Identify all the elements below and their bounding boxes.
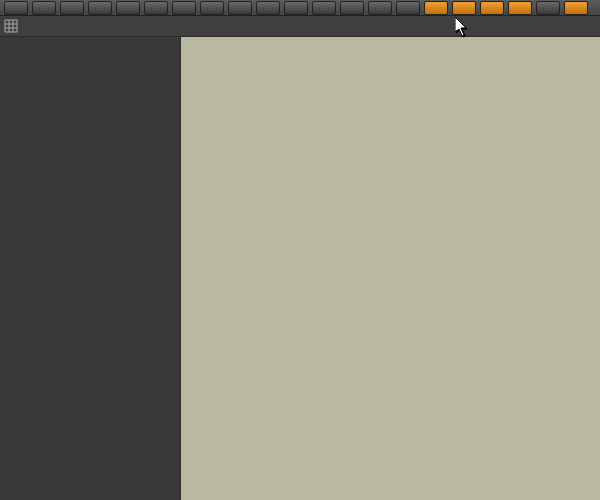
toolbar-button[interactable] (480, 1, 504, 15)
toolbar-button[interactable] (284, 1, 308, 15)
toolbar-button[interactable] (340, 1, 364, 15)
toolbar-button[interactable] (116, 1, 140, 15)
toolbar-button[interactable] (256, 1, 280, 15)
top-toolbar (0, 0, 600, 16)
app-window (0, 0, 600, 500)
grid-icon (4, 19, 18, 33)
toolbar-button[interactable] (424, 1, 448, 15)
uv-mesh (181, 37, 600, 500)
toolbar-button[interactable] (508, 1, 532, 15)
toolbar-button[interactable] (452, 1, 476, 15)
toolbar-button[interactable] (228, 1, 252, 15)
toolbar-button[interactable] (144, 1, 168, 15)
toolbar-button[interactable] (172, 1, 196, 15)
toolbar-button[interactable] (88, 1, 112, 15)
side-panel (0, 37, 181, 500)
toolbar-button[interactable] (32, 1, 56, 15)
toolbar-button[interactable] (312, 1, 336, 15)
toolbar-button[interactable] (564, 1, 588, 15)
toolbar-button[interactable] (368, 1, 392, 15)
toolbar-button[interactable] (536, 1, 560, 15)
uv-viewport[interactable] (181, 37, 600, 500)
workspace (0, 37, 600, 500)
toolbar-button[interactable] (4, 1, 28, 15)
toolbar-button[interactable] (200, 1, 224, 15)
toolbar-button[interactable] (396, 1, 420, 15)
menu-bar (0, 16, 600, 37)
toolbar-button[interactable] (60, 1, 84, 15)
